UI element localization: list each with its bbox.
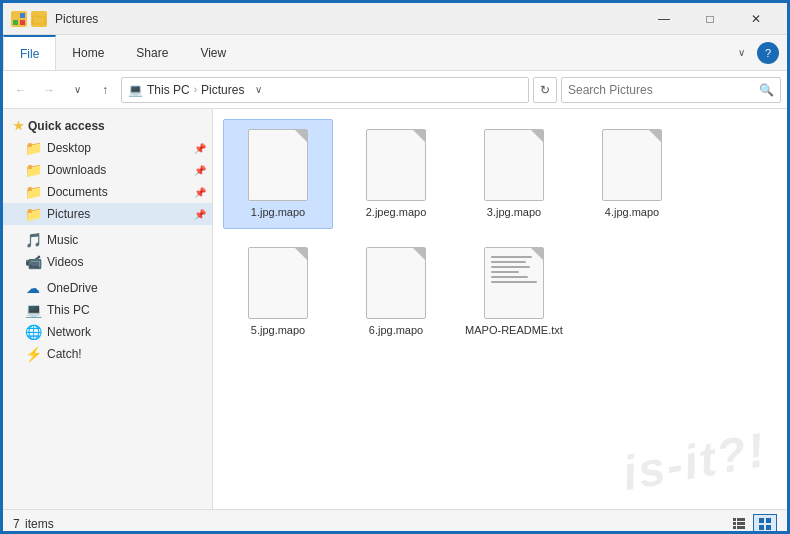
tab-home[interactable]: Home [56,35,120,70]
file-item-3[interactable]: 3.jpg.mapo [459,119,569,229]
thispc-icon: 💻 [25,302,41,318]
sidebar-item-catch[interactable]: ⚡ Catch! [3,343,212,365]
status-bar: 7 items [3,509,787,534]
sidebar-item-thispc[interactable]: 💻 This PC [3,299,212,321]
documents-icon: 📁 [25,184,41,200]
svg-rect-9 [737,526,745,529]
tab-file[interactable]: File [3,35,56,70]
txt-line-1 [491,256,532,258]
videos-label: Videos [47,255,83,269]
sidebar-item-videos[interactable]: 📹 Videos [3,251,212,273]
view-toggle-buttons [727,514,777,534]
path-icon: 💻 [128,83,143,97]
title-bar-controls: — □ ✕ [641,3,779,35]
sidebar-item-pictures[interactable]: 📁 Pictures 📌 [3,203,212,225]
file-item-7[interactable]: MAPO-README.txt [459,237,569,347]
tab-view[interactable]: View [184,35,242,70]
pin-icon-pictures: 📌 [194,209,206,220]
maximize-button[interactable]: □ [687,3,733,35]
up-button[interactable]: ↑ [93,78,117,102]
title-bar: Pictures — □ ✕ [3,3,787,35]
sidebar-item-downloads[interactable]: 📁 Downloads 📌 [3,159,212,181]
music-label: Music [47,233,78,247]
file-icon-doc-6 [366,247,426,319]
sidebar-item-desktop[interactable]: 📁 Desktop 📌 [3,137,212,159]
txt-line-5 [491,276,528,278]
file-item-6[interactable]: 6.jpg.mapo [341,237,451,347]
refresh-button[interactable]: ↻ [533,77,557,103]
star-icon: ★ [13,119,24,133]
count-unit: items [25,517,54,531]
path-pictures: Pictures [201,83,244,97]
music-icon: 🎵 [25,232,41,248]
dropdown-recent-button[interactable]: ∨ [65,78,89,102]
catch-icon: ⚡ [25,346,41,362]
forward-button[interactable]: → [37,78,61,102]
sidebar-item-music[interactable]: 🎵 Music [3,229,212,251]
file-icon-doc-1 [248,129,308,201]
svg-rect-4 [733,518,736,521]
view-large-icons-button[interactable] [753,514,777,534]
svg-rect-1 [20,13,25,18]
watermark: is-it?! [619,422,771,501]
pin-icon-desktop: 📌 [194,143,206,154]
downloads-icon: 📁 [25,162,41,178]
item-count: 7 items [13,517,54,531]
path-thispc: This PC [147,83,190,97]
pictures-icon: 📁 [25,206,41,222]
quick-access-section: ★ Quick access 📁 Desktop 📌 📁 Downloads 📌… [3,115,212,225]
videos-icon: 📹 [25,254,41,270]
file-name-2: 2.jpeg.mapo [366,205,427,219]
help-button[interactable]: ? [757,42,779,64]
folder-icon [31,11,47,27]
file-icon-doc-3 [484,129,544,201]
minimize-button[interactable]: — [641,3,687,35]
path-dropdown[interactable]: ∨ [248,77,268,103]
search-icon: 🔍 [759,83,774,97]
search-box[interactable]: 🔍 [561,77,781,103]
svg-rect-13 [766,525,771,530]
svg-rect-2 [13,20,18,25]
txt-line-6 [491,281,537,283]
ribbon-chevron[interactable]: ∨ [729,41,753,65]
txt-line-4 [491,271,519,273]
thispc-label: This PC [47,303,90,317]
svg-rect-11 [766,518,771,523]
view-list-button[interactable] [727,514,751,534]
back-button[interactable]: ← [9,78,33,102]
txt-line-2 [491,261,526,263]
file-item-2[interactable]: 2.jpeg.mapo [341,119,451,229]
quick-access-header: ★ Quick access [3,115,212,137]
main-layout: ★ Quick access 📁 Desktop 📌 📁 Downloads 📌… [3,109,787,509]
file-item-4[interactable]: 4.jpg.mapo [577,119,687,229]
file-item-5[interactable]: 5.jpg.mapo [223,237,333,347]
file-icon-doc-4 [602,129,662,201]
tab-share[interactable]: Share [120,35,184,70]
title-text: Pictures [55,12,98,26]
svg-rect-8 [733,526,736,529]
close-button[interactable]: ✕ [733,3,779,35]
ribbon: File Home Share View ∨ ? [3,35,787,71]
sidebar-item-documents[interactable]: 📁 Documents 📌 [3,181,212,203]
search-input[interactable] [568,83,759,97]
count-number: 7 [13,517,20,531]
onedrive-icon: ☁ [25,280,41,296]
file-icon-doc-2 [366,129,426,201]
pictures-label: Pictures [47,207,90,221]
documents-label: Documents [47,185,108,199]
file-icon-doc-5 [248,247,308,319]
file-name-7: MAPO-README.txt [465,323,563,337]
window-title: Pictures [55,12,641,26]
file-name-3: 3.jpg.mapo [487,205,541,219]
file-name-6: 6.jpg.mapo [369,323,423,337]
sidebar-item-onedrive[interactable]: ☁ OneDrive [3,277,212,299]
sidebar-item-network[interactable]: 🌐 Network [3,321,212,343]
address-path[interactable]: 💻 This PC › Pictures ∨ [121,77,529,103]
file-name-5: 5.jpg.mapo [251,323,305,337]
file-item-1[interactable]: 1.jpg.mapo [223,119,333,229]
sidebar: ★ Quick access 📁 Desktop 📌 📁 Downloads 📌… [3,109,213,509]
file-name-1: 1.jpg.mapo [251,205,305,219]
title-bar-icons [11,11,47,27]
path-sep-1: › [194,84,197,95]
address-bar: ← → ∨ ↑ 💻 This PC › Pictures ∨ ↻ 🔍 [3,71,787,109]
